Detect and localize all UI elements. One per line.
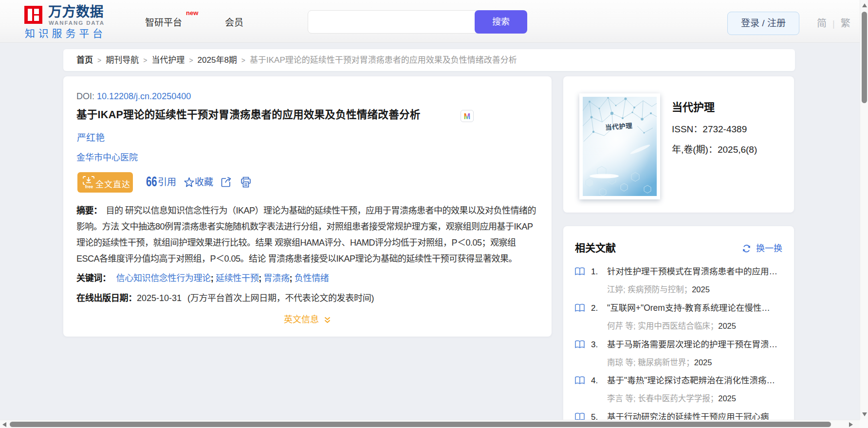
svg-text:66: 66 — [146, 173, 157, 189]
svg-text:free: free — [85, 184, 93, 189]
